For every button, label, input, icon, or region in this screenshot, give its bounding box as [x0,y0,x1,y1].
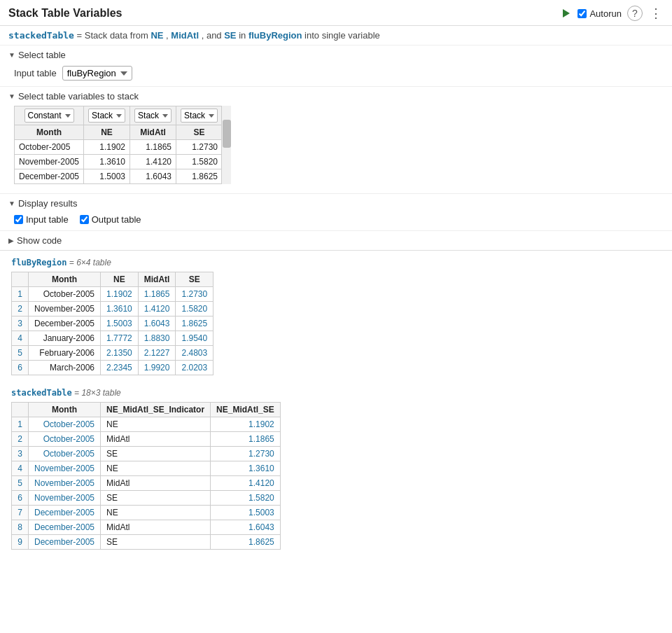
stack-variables-section: ▼ Select table variables to stack Consta… [0,87,672,194]
table-row: 5 November-2005 MidAtl 1.4120 [12,476,281,491]
display-results-header[interactable]: ▼ Display results [8,198,664,209]
select-table-label: Select table [18,50,66,60]
table-row: 6 March-2006 2.2345 1.9920 2.0203 [12,361,214,375]
stacked-row-9-value: 1.8625 [211,535,281,550]
col-header-ne: NE [84,125,130,140]
col2-dropdown[interactable]: Stack [88,109,125,123]
col1-dropdown-cell[interactable]: Constant [15,106,84,125]
table-row: 5 February-2006 2.1350 2.1227 2.4803 [12,346,214,361]
output-table-checkbox-label[interactable]: Output table [80,214,141,225]
stacked-row-2-indicator: MidAtl [101,432,211,447]
autorun-checkbox[interactable] [578,9,587,18]
stacked-row-9-month: December-2005 [29,535,101,550]
table-scrollbar[interactable] [221,106,231,184]
cell-month-3: December-2005 [15,169,84,184]
input-table-dropdown[interactable]: fluByRegion [62,66,132,81]
stack-variables-header[interactable]: ▼ Select table variables to stack [8,91,664,102]
col4-dropdown[interactable]: Stack [181,109,218,123]
table-row: 4 November-2005 NE 1.3610 [12,461,281,476]
table-row: 2 October-2005 MidAtl 1.1865 [12,432,281,447]
stacked-table-caption: stackedTable = 18×3 table [11,388,661,398]
flu-row-2-month: November-2005 [29,302,101,316]
show-code-label: Show code [17,235,62,246]
code-sep2: , and [202,30,225,41]
flu-row-6-midatl: 1.9920 [138,361,176,375]
header: Stack Table Variables Autorun ? ⋮ [0,0,672,26]
stacked-row-6-value: 1.5820 [211,491,281,506]
show-code-header[interactable]: ▶ Show code [8,235,664,246]
stacked-row-9-num: 9 [12,535,29,550]
flu-col-midatl: MidAtl [138,272,176,287]
stacked-col-indicator: NE_MidAtl_SE_Indicator [101,403,211,417]
stacked-row-8-indicator: MidAtl [101,520,211,535]
cell-ne-2: 1.3610 [84,155,130,169]
flu-row-3-se: 1.8625 [176,316,214,331]
flu-row-1-midatl: 1.1865 [138,287,176,302]
stacked-row-6-indicator: SE [101,491,211,506]
flu-col-month: Month [29,272,101,287]
stacked-row-5-indicator: MidAtl [101,476,211,491]
col2-dropdown-cell[interactable]: Stack [84,106,130,125]
col1-dropdown[interactable]: Constant [24,109,74,123]
stacked-row-5-num: 5 [12,476,29,491]
table-row: 7 December-2005 NE 1.5003 [12,506,281,520]
results-area: fluByRegion = 6×4 table Month NE MidAtl … [0,251,672,569]
stack-variables-label: Select table variables to stack [18,91,139,102]
cell-ne-3: 1.5003 [84,169,130,184]
stacked-row-4-value: 1.3610 [211,461,281,476]
stacked-table-size: 18×3 table [81,388,120,398]
stacked-data-table: Month NE_MidAtl_SE_Indicator NE_MidAtl_S… [11,402,281,550]
display-results-checkboxes: Input table Output table [14,214,664,225]
stacked-row-3-value: 1.2730 [211,447,281,461]
flu-row-4-midatl: 1.8830 [138,331,176,346]
cell-midatl-1: 1.1865 [130,140,176,155]
output-table-checkbox[interactable] [80,215,89,224]
flu-row-2-se: 1.5820 [176,302,214,316]
run-icon [561,8,572,19]
table-row: December-2005 1.5003 1.6043 1.8625 [15,169,231,184]
flu-col-rownum [12,272,29,287]
flu-data-table: Month NE MidAtl SE 1 October-2005 1.1902… [11,272,214,375]
select-table-header[interactable]: ▼ Select table [8,50,664,60]
scrollbar-thumb [223,120,231,148]
select-table-section: ▼ Select table Input table fluByRegion [0,46,672,87]
cell-month-1: October-2005 [15,140,84,155]
flu-row-6-ne: 2.2345 [101,361,139,375]
cell-midatl-3: 1.6043 [130,169,176,184]
table-row: 2 November-2005 1.3610 1.4120 1.5820 [12,302,214,316]
code-suffix: into single variable [304,30,380,41]
cell-midatl-2: 1.4120 [130,155,176,169]
help-button[interactable]: ? [627,6,643,21]
col-header-midatl: MidAtl [130,125,176,140]
stacked-row-2-num: 2 [12,432,29,447]
flu-row-2-ne: 1.3610 [101,302,139,316]
header-actions: Autorun ? ⋮ [561,6,664,21]
flu-row-4-num: 4 [12,331,29,346]
run-button[interactable] [561,8,572,19]
stacked-row-7-value: 1.5003 [211,506,281,520]
flu-row-5-month: February-2006 [29,346,101,361]
input-table-checkbox-label[interactable]: Input table [14,214,69,225]
flu-row-1-month: October-2005 [29,287,101,302]
more-button[interactable]: ⋮ [648,6,664,21]
svg-marker-0 [563,9,570,18]
stacked-row-8-num: 8 [12,520,29,535]
code-in: in [239,30,248,41]
autorun-label-text: Autorun [589,8,622,19]
cell-month-2: November-2005 [15,155,84,169]
stacked-row-6-num: 6 [12,491,29,506]
output-table-checkbox-text: Output table [92,214,141,225]
stacked-col-month: Month [29,403,101,417]
show-code-toggle-icon: ▶ [8,237,14,244]
code-highlight-ne: NE [150,30,163,41]
col3-dropdown[interactable]: Stack [134,109,172,123]
autorun-checkbox-label[interactable]: Autorun [578,8,622,19]
flu-col-ne: NE [101,272,139,287]
stacked-col-value: NE_MidAtl_SE [211,403,281,417]
stacked-row-1-month: October-2005 [29,417,101,432]
stacked-row-8-value: 1.6043 [211,520,281,535]
flu-row-6-month: March-2006 [29,361,101,375]
input-table-checkbox[interactable] [14,215,23,224]
col3-dropdown-cell[interactable]: Stack [130,106,176,125]
stacked-row-2-month: October-2005 [29,432,101,447]
